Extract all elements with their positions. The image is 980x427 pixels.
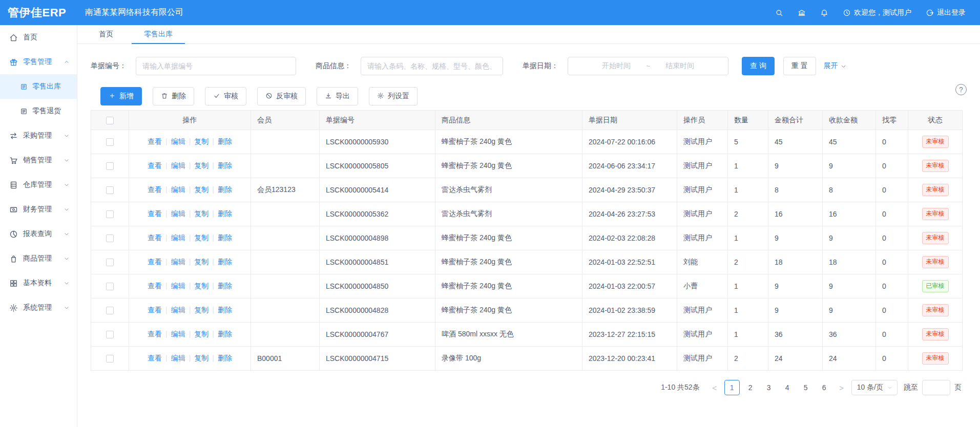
row-action-查看[interactable]: 查看 [148, 354, 162, 362]
row-action-复制[interactable]: 复制 [194, 330, 208, 338]
filter-panel: 单据编号： 商品信息： 单据日期： 开始时间 ~ 结束时间 查 询 [77, 44, 980, 82]
product-input[interactable] [361, 57, 503, 75]
row-action-删除[interactable]: 删除 [218, 185, 232, 194]
audit-button[interactable]: 审核 [205, 87, 246, 105]
welcome-user[interactable]: 欢迎您，测试用户 [843, 8, 911, 17]
row-action-编辑[interactable]: 编辑 [171, 306, 185, 314]
sidebar-item-system[interactable]: 系统管理 [0, 295, 77, 320]
export-button[interactable]: 导出 [317, 87, 358, 105]
row-checkbox[interactable] [106, 210, 114, 218]
row-checkbox[interactable] [106, 138, 114, 146]
page-size-select[interactable]: 10 条/页 [851, 380, 898, 395]
page-button-3[interactable]: 3 [761, 380, 777, 395]
page-button-4[interactable]: 4 [780, 380, 795, 395]
sidebar-item-home[interactable]: 首页 [0, 25, 77, 50]
reset-button[interactable]: 重 置 [783, 57, 816, 75]
expand-link[interactable]: 展开 [824, 61, 847, 71]
delete-button[interactable]: 删除 [153, 87, 194, 105]
prev-page-button[interactable]: < [708, 380, 721, 395]
row-action-复制[interactable]: 复制 [194, 209, 208, 218]
row-action-查看[interactable]: 查看 [148, 137, 162, 145]
tab-零售出库[interactable]: 零售出库 [132, 25, 185, 44]
row-action-编辑[interactable]: 编辑 [171, 282, 185, 290]
select-all-checkbox[interactable] [106, 117, 114, 124]
chevron-down-icon [64, 280, 70, 286]
row-action-删除[interactable]: 删除 [218, 354, 232, 362]
row-checkbox[interactable] [106, 307, 114, 314]
row-action-编辑[interactable]: 编辑 [171, 258, 185, 266]
row-action-查看[interactable]: 查看 [148, 258, 162, 266]
row-action-复制[interactable]: 复制 [194, 161, 208, 169]
page-button-5[interactable]: 5 [798, 380, 814, 395]
bell-icon[interactable] [820, 9, 828, 17]
page-button-6[interactable]: 6 [817, 380, 832, 395]
logout-button[interactable]: 退出登录 [926, 8, 966, 17]
sidebar-item-retail-outbound[interactable]: 零售出库 [0, 74, 77, 99]
sidebar-item-sales[interactable]: 销售管理 [0, 148, 77, 173]
row-action-编辑[interactable]: 编辑 [171, 161, 185, 169]
row-action-编辑[interactable]: 编辑 [171, 233, 185, 242]
row-action-删除[interactable]: 删除 [218, 209, 232, 218]
page-button-2[interactable]: 2 [743, 380, 758, 395]
row-checkbox[interactable] [106, 355, 114, 362]
row-action-删除[interactable]: 删除 [218, 258, 232, 266]
sidebar-item-goods[interactable]: 商品管理 [0, 246, 77, 271]
row-action-复制[interactable]: 复制 [194, 282, 208, 290]
row-action-编辑[interactable]: 编辑 [171, 354, 185, 362]
row-action-查看[interactable]: 查看 [148, 282, 162, 290]
row-action-查看[interactable]: 查看 [148, 161, 162, 169]
operator-cell: 测试用户 [677, 226, 728, 250]
bank-icon[interactable] [798, 9, 806, 17]
row-action-查看[interactable]: 查看 [148, 306, 162, 314]
status-cell: 未审核 [908, 178, 963, 202]
row-action-删除[interactable]: 删除 [218, 330, 232, 338]
help-icon[interactable]: ? [955, 84, 967, 95]
sidebar-item-retail-return[interactable]: 零售退货 [0, 99, 77, 123]
row-action-复制[interactable]: 复制 [194, 137, 208, 145]
change-cell: 0 [876, 130, 908, 154]
top-header: 管伊佳ERP 南通某某网络科技有限公司 欢迎您，测试用户 退出登录 [0, 0, 980, 25]
search-button[interactable]: 查 询 [742, 57, 775, 75]
row-checkbox[interactable] [106, 234, 114, 242]
unaudit-button[interactable]: 反审核 [257, 87, 306, 105]
row-action-编辑[interactable]: 编辑 [171, 185, 185, 194]
search-icon[interactable] [775, 9, 783, 17]
row-action-编辑[interactable]: 编辑 [171, 209, 185, 218]
jump-page-input[interactable] [922, 380, 950, 395]
row-checkbox[interactable] [106, 331, 114, 338]
row-checkbox[interactable] [106, 162, 114, 170]
sidebar-item-reports[interactable]: 报表查询 [0, 222, 77, 246]
bill-no-input[interactable] [136, 57, 296, 75]
row-action-复制[interactable]: 复制 [194, 185, 208, 194]
status-badge: 未审核 [922, 136, 949, 148]
column-settings-button[interactable]: 列设置 [369, 87, 418, 105]
row-action-查看[interactable]: 查看 [148, 330, 162, 338]
row-action-删除[interactable]: 删除 [218, 282, 232, 290]
row-action-编辑[interactable]: 编辑 [171, 137, 185, 145]
sidebar-item-purchase[interactable]: 采购管理 [0, 123, 77, 148]
next-page-button[interactable]: > [835, 380, 848, 395]
row-action-删除[interactable]: 删除 [218, 161, 232, 169]
row-action-复制[interactable]: 复制 [194, 258, 208, 266]
sidebar-item-basic-data[interactable]: 基本资料 [0, 271, 77, 295]
sidebar-item-warehouse[interactable]: 仓库管理 [0, 173, 77, 197]
add-button[interactable]: 新增 [100, 87, 142, 105]
page-button-1[interactable]: 1 [724, 380, 740, 395]
row-action-编辑[interactable]: 编辑 [171, 330, 185, 338]
row-action-复制[interactable]: 复制 [194, 354, 208, 362]
row-checkbox[interactable] [106, 259, 114, 266]
row-action-查看[interactable]: 查看 [148, 209, 162, 218]
row-checkbox[interactable] [106, 283, 114, 290]
sidebar-item-finance[interactable]: 财务管理 [0, 197, 77, 222]
date-range-input[interactable]: 开始时间 ~ 结束时间 [568, 57, 728, 75]
row-action-查看[interactable]: 查看 [148, 185, 162, 194]
sidebar-item-retail[interactable]: 零售管理 [0, 50, 77, 74]
row-action-删除[interactable]: 删除 [218, 306, 232, 314]
row-action-删除[interactable]: 删除 [218, 233, 232, 242]
row-action-复制[interactable]: 复制 [194, 306, 208, 314]
row-action-查看[interactable]: 查看 [148, 233, 162, 242]
tab-首页[interactable]: 首页 [87, 25, 126, 44]
row-action-删除[interactable]: 删除 [218, 137, 232, 145]
row-action-复制[interactable]: 复制 [194, 233, 208, 242]
row-checkbox[interactable] [106, 186, 114, 194]
